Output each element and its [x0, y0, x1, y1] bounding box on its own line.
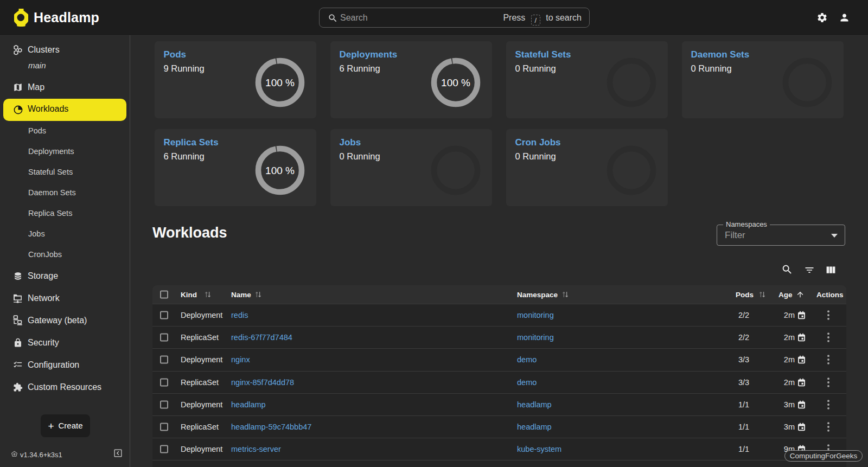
svg-text:100 %: 100 % — [441, 77, 470, 88]
svg-text:100 %: 100 % — [265, 165, 295, 176]
svg-text:100 %: 100 % — [265, 77, 295, 88]
